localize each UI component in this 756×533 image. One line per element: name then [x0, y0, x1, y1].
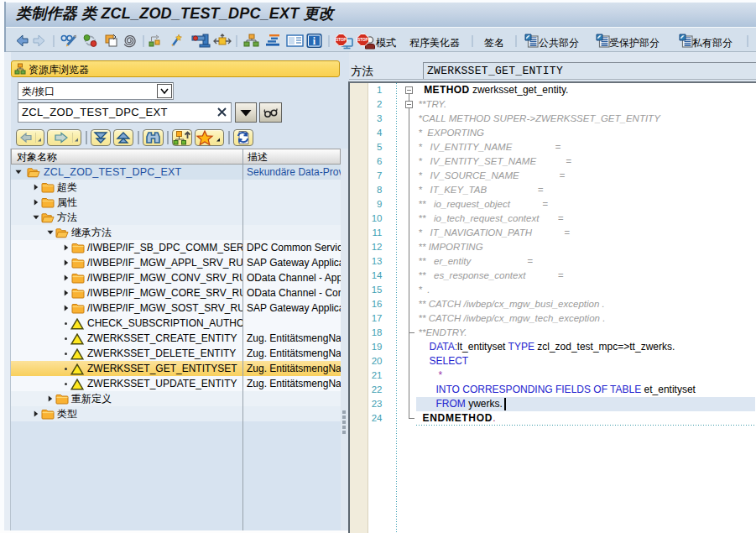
- svg-text:STOP: STOP: [357, 38, 368, 42]
- svg-text:STOP: STOP: [336, 38, 346, 42]
